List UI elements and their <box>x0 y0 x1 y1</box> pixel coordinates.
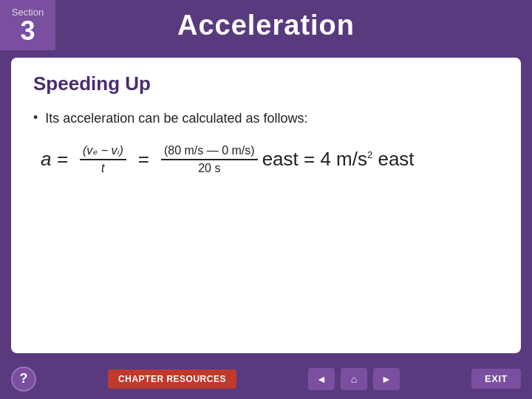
formula-result: east = 4 m/s2 east <box>262 148 415 171</box>
exit-button[interactable]: EXIT <box>471 369 521 389</box>
formula-container: a = (vₑ − vᵢ) t = (80 m/s — 0 m/s) 20 s … <box>33 143 499 175</box>
fraction2-numerator: (80 m/s — 0 m/s) <box>161 144 258 160</box>
next-button[interactable]: ► <box>373 368 400 390</box>
section-number: 3 <box>20 18 35 44</box>
main-content: Speeding Up • Its acceleration can be ca… <box>11 58 521 353</box>
bottom-bar: ? CHAPTER RESOURCES ◄ ⌂ ► EXIT <box>0 358 532 399</box>
chapter-resources-button[interactable]: CHAPTER RESOURCES <box>108 369 236 389</box>
formula-a-equals: a = <box>41 148 68 171</box>
fraction-2: (80 m/s — 0 m/s) 20 s <box>161 144 258 175</box>
prev-button[interactable]: ◄ <box>308 368 335 390</box>
bullet-point: • Its acceleration can be calculated as … <box>33 109 499 129</box>
bullet-dot: • <box>33 110 38 126</box>
fraction-1: (vₑ − vᵢ) t <box>80 143 126 175</box>
section-badge: Section 3 <box>0 0 55 50</box>
equals-2: = <box>138 148 149 171</box>
fraction1-denominator: t <box>98 160 107 175</box>
fraction1-numerator: (vₑ − vᵢ) <box>80 143 126 160</box>
home-button[interactable]: ⌂ <box>341 368 367 390</box>
nav-controls: ◄ ⌂ ► <box>308 368 400 390</box>
help-button[interactable]: ? <box>11 366 36 392</box>
header: Section 3 Acceleration <box>0 0 532 50</box>
page-title: Acceleration <box>55 10 532 41</box>
slide-title: Speeding Up <box>33 72 499 95</box>
bullet-text: Its acceleration can be calculated as fo… <box>45 109 307 129</box>
fraction2-denominator: 20 s <box>195 160 223 175</box>
